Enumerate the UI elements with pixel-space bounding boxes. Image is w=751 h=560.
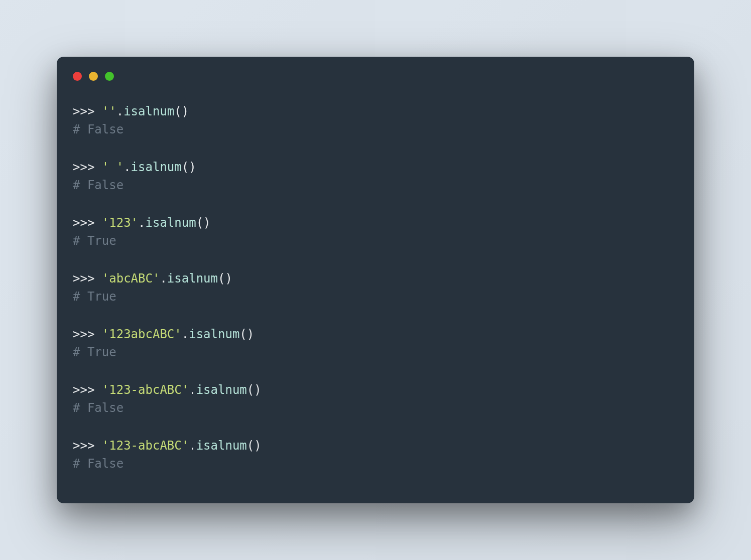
method-name: isalnum (131, 160, 182, 174)
parentheses: () (196, 216, 211, 230)
dot-operator: . (123, 160, 131, 174)
repl-prompt: >>> (73, 216, 102, 230)
string-literal: '123' (102, 216, 138, 230)
minimize-button[interactable] (89, 72, 98, 81)
comment-line: # False (73, 455, 678, 473)
method-name: isalnum (196, 439, 247, 453)
code-block: >>> '123'.isalnum() # True (73, 214, 678, 250)
dot-operator: . (182, 327, 189, 341)
close-button[interactable] (73, 72, 82, 81)
code-line: >>> '123abcABC'.isalnum() (73, 326, 678, 344)
method-name: isalnum (167, 271, 218, 286)
method-name: isalnum (189, 327, 239, 341)
dot-operator: . (189, 383, 196, 397)
code-block: >>> '123-abcABC'.isalnum() # False (73, 437, 678, 473)
code-block: >>> ' '.isalnum() # False (73, 159, 678, 194)
string-literal: '' (102, 104, 116, 118)
window-controls (73, 72, 678, 81)
comment-line: # True (73, 232, 678, 250)
parentheses: () (174, 104, 189, 118)
code-line: >>> '123'.isalnum() (73, 214, 678, 232)
comment-line: # True (73, 344, 678, 362)
parentheses: () (247, 439, 262, 453)
method-name: isalnum (123, 104, 174, 118)
parentheses: () (247, 383, 262, 397)
comment-line: # False (73, 399, 678, 417)
parentheses: () (239, 327, 254, 341)
string-literal: '123abcABC' (102, 327, 182, 341)
code-block: >>> '123abcABC'.isalnum() # True (73, 326, 678, 361)
method-name: isalnum (196, 383, 247, 397)
code-block: >>> 'abcABC'.isalnum() # True (73, 270, 678, 306)
dot-operator: . (138, 216, 145, 230)
code-line: >>> ' '.isalnum() (73, 159, 678, 177)
repl-prompt: >>> (73, 160, 102, 174)
repl-prompt: >>> (73, 104, 102, 118)
string-literal: '123-abcABC' (102, 439, 189, 453)
code-line: >>> 'abcABC'.isalnum() (73, 270, 678, 288)
code-block: >>> ''.isalnum() # False (73, 103, 678, 138)
comment-line: # False (73, 121, 678, 139)
string-literal: 'abcABC' (102, 271, 160, 286)
code-line: >>> ''.isalnum() (73, 103, 678, 121)
maximize-button[interactable] (105, 72, 114, 81)
repl-prompt: >>> (73, 327, 102, 341)
terminal-window: >>> ''.isalnum() # False >>> ' '.isalnum… (57, 57, 694, 503)
repl-prompt: >>> (73, 439, 102, 453)
code-content: >>> ''.isalnum() # False >>> ' '.isalnum… (73, 103, 678, 473)
repl-prompt: >>> (73, 271, 102, 286)
code-line: >>> '123-abcABC'.isalnum() (73, 437, 678, 455)
comment-line: # True (73, 288, 678, 306)
dot-operator: . (160, 271, 167, 286)
dot-operator: . (116, 104, 123, 118)
dot-operator: . (189, 439, 196, 453)
repl-prompt: >>> (73, 383, 102, 397)
code-line: >>> '123-abcABC'.isalnum() (73, 381, 678, 399)
string-literal: ' ' (102, 160, 123, 174)
string-literal: '123-abcABC' (102, 383, 189, 397)
method-name: isalnum (146, 216, 196, 230)
parentheses: () (182, 160, 196, 174)
parentheses: () (218, 271, 232, 286)
code-block: >>> '123-abcABC'.isalnum() # False (73, 381, 678, 417)
comment-line: # False (73, 177, 678, 195)
